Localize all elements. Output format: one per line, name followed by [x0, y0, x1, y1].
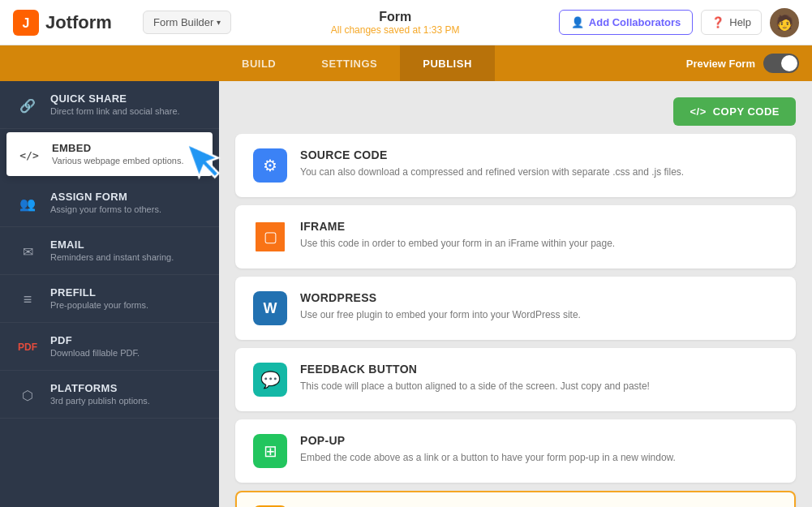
sidebar-item-sub: Pre-populate your forms.	[50, 300, 148, 310]
option-card-wordpress[interactable]: W WORDPRESS Use our free plugin to embed…	[235, 277, 796, 340]
header-center: Form All changes saved at 1:33 PM	[231, 10, 558, 36]
email-icon: ✉	[16, 240, 39, 263]
option-desc: This code will place a button aligned to…	[300, 379, 650, 393]
option-title: WORDPRESS	[300, 291, 581, 304]
option-desc: Use our free plugin to embed your form i…	[300, 307, 581, 322]
feedback-icon: 💬	[253, 363, 287, 397]
code-icon: </>	[18, 144, 41, 166]
question-icon: ❓	[711, 16, 724, 28]
preview-form-area: Preview Form	[686, 45, 799, 81]
prefill-icon: ≡	[16, 288, 39, 311]
sidebar-item-title: EMAIL	[50, 238, 174, 251]
svg-text:J: J	[23, 16, 30, 30]
sidebar-item-sub: 3rd party publish options.	[50, 396, 150, 406]
link-icon: 🔗	[16, 94, 39, 117]
jotform-logo-icon: J	[13, 10, 39, 36]
iframe-icon: ▢	[253, 220, 287, 254]
content-area: </> COPY CODE ⚙ SOURCE CODE You can also…	[219, 81, 812, 507]
toggle-knob	[781, 55, 797, 71]
person-icon: 👤	[571, 16, 584, 28]
add-collaborators-button[interactable]: 👤 Add Collaborators	[559, 10, 693, 35]
save-status: All changes saved at 1:33 PM	[331, 24, 460, 36]
nav-tabs: BUILD SETTINGS PUBLISH Preview Form	[0, 45, 812, 81]
sidebar-item-email[interactable]: ✉ EMAIL Reminders and instant sharing.	[0, 227, 219, 275]
option-card-source-code[interactable]: ⚙ SOURCE CODE You can also download a co…	[235, 134, 796, 197]
chevron-down-icon: ▾	[217, 18, 221, 27]
sidebar-item-sub: Assign your forms to others.	[50, 204, 161, 214]
sidebar-item-sub: Direct form link and social share.	[50, 106, 180, 116]
top-header: J Jotform Form Builder ▾ Form All change…	[0, 0, 812, 45]
platforms-icon: ⬡	[16, 384, 39, 406]
sidebar-item-title: PREFILL	[50, 286, 148, 299]
assign-icon: 👥	[16, 192, 39, 215]
form-title: Form	[379, 10, 411, 24]
avatar[interactable]: 🧑	[770, 8, 799, 37]
help-button[interactable]: ❓ Help	[701, 10, 762, 35]
tab-settings[interactable]: SETTINGS	[299, 45, 400, 81]
preview-label: Preview Form	[686, 58, 755, 70]
wordpress-icon: W	[253, 291, 287, 325]
tab-publish[interactable]: PUBLISH	[400, 45, 495, 81]
option-desc: Use this code in order to embed your for…	[300, 236, 615, 251]
option-card-feedback-button[interactable]: 💬 FEEDBACK BUTTON This code will place a…	[235, 348, 796, 411]
sidebar-item-embed[interactable]: </> EMBED Various webpage embed options.	[6, 132, 213, 176]
sidebar-item-title: EMBED	[52, 142, 183, 154]
main-layout: 🔗 QUICK SHARE Direct form link and socia…	[0, 81, 812, 507]
form-builder-button[interactable]: Form Builder ▾	[143, 11, 231, 34]
option-title: FEEDBACK BUTTON	[300, 363, 650, 376]
option-title: IFRAME	[300, 220, 615, 233]
logo-text: Jotform	[45, 12, 112, 33]
code-brackets-icon: </>	[690, 105, 706, 118]
sidebar: 🔗 QUICK SHARE Direct form link and socia…	[0, 81, 219, 507]
sidebar-item-title: ASSIGN FORM	[50, 191, 161, 203]
option-title: SOURCE CODE	[300, 148, 684, 161]
sidebar-item-pdf[interactable]: PDF PDF Download fillable PDF.	[0, 323, 219, 371]
sidebar-item-sub: Reminders and instant sharing.	[50, 252, 174, 262]
source-code-icon: ⚙	[253, 148, 287, 183]
option-card-lightbox[interactable]: 💡 LIGHTBOX Use this code to have your fo…	[235, 491, 796, 507]
option-card-popup[interactable]: ⊞ POP-UP Embed the code above as a link …	[235, 419, 796, 483]
option-card-iframe[interactable]: ▢ IFRAME Use this code in order to embed…	[235, 205, 796, 269]
sidebar-item-platforms[interactable]: ⬡ PLATFORMS 3rd party publish options.	[0, 371, 219, 419]
header-right: 👤 Add Collaborators ❓ Help 🧑	[559, 8, 799, 37]
sidebar-item-title: PLATFORMS	[50, 382, 150, 394]
preview-toggle[interactable]	[763, 54, 799, 73]
tab-build[interactable]: BUILD	[219, 45, 299, 81]
sidebar-item-sub: Various webpage embed options.	[52, 156, 183, 165]
sidebar-item-sub: Download fillable PDF.	[50, 348, 140, 358]
option-desc: Embed the code above as a link or a butt…	[300, 450, 676, 465]
logo-area: J Jotform	[13, 10, 143, 36]
sidebar-item-title: PDF	[50, 334, 140, 346]
copy-code-button[interactable]: </> COPY CODE	[673, 97, 796, 126]
option-desc: You can also download a compressed and r…	[300, 165, 684, 179]
sidebar-item-quick-share[interactable]: 🔗 QUICK SHARE Direct form link and socia…	[0, 81, 219, 129]
option-title: POP-UP	[300, 434, 676, 447]
sidebar-item-title: QUICK SHARE	[50, 92, 180, 105]
sidebar-item-prefill[interactable]: ≡ PREFILL Pre-populate your forms.	[0, 275, 219, 323]
pdf-icon: PDF	[16, 336, 39, 359]
popup-icon: ⊞	[253, 434, 287, 468]
sidebar-item-assign-form[interactable]: 👥 ASSIGN FORM Assign your forms to other…	[0, 179, 219, 227]
